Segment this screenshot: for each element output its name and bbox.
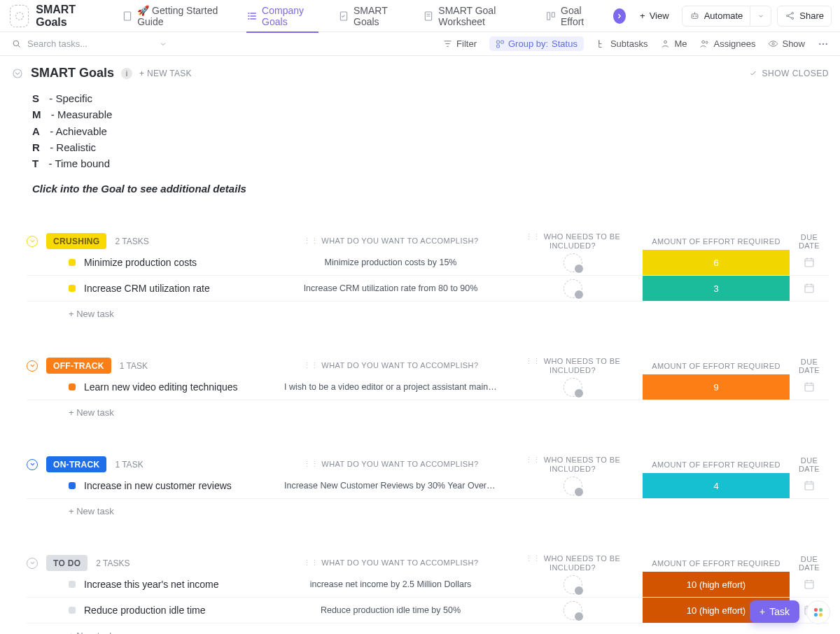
svg-rect-5: [552, 12, 554, 17]
add-task-row[interactable]: + New task: [27, 302, 829, 319]
smart-row: T - Time bound: [32, 155, 829, 171]
form-icon: [423, 10, 434, 22]
apps-button[interactable]: [806, 600, 830, 624]
workspace-icon: [10, 5, 29, 27]
tab-smart-goals[interactable]: SMART Goals: [330, 0, 412, 32]
share-button[interactable]: Share: [777, 6, 832, 27]
task-title[interactable]: Reduce production idle time: [69, 605, 279, 616]
task-title[interactable]: Increase this year's net income: [69, 579, 279, 590]
svg-point-8: [695, 16, 696, 17]
assignee-add[interactable]: [564, 378, 582, 397]
effort-cell[interactable]: 4: [643, 473, 790, 498]
subtasks-button[interactable]: Subtasks: [596, 38, 648, 49]
status-badge[interactable]: OFF-TRACK: [46, 358, 111, 374]
effort-cell[interactable]: 9: [643, 374, 790, 400]
tab-company-goals[interactable]: Company Goals: [238, 0, 327, 32]
accomplish-cell: I wish to be a video editor or a project…: [279, 382, 503, 392]
add-view-button[interactable]: + View: [633, 6, 676, 27]
svg-rect-4: [547, 12, 550, 20]
automate-button[interactable]: Automate: [682, 6, 751, 27]
effort-cell[interactable]: 3: [643, 276, 790, 301]
smart-row: S - Specific: [32, 90, 829, 106]
assignee-add[interactable]: [564, 253, 582, 272]
task-row[interactable]: Reduce production idle time Reduce produ…: [27, 598, 829, 624]
assignees-button[interactable]: Assignees: [699, 38, 755, 49]
tab-label: Company Goals: [262, 5, 318, 27]
task-title[interactable]: Increase CRM utilization rate: [69, 283, 279, 294]
info-icon[interactable]: i: [121, 68, 132, 79]
task-row[interactable]: Increase this year's net income increase…: [27, 572, 829, 598]
status-badge[interactable]: CRUSHING: [46, 233, 106, 249]
tab-getting-started[interactable]: 🚀 Getting Started Guide: [113, 0, 235, 32]
tab-label: 🚀 Getting Started Guide: [137, 5, 227, 27]
svg-point-10: [792, 13, 794, 15]
svg-rect-13: [497, 41, 500, 43]
me-button[interactable]: Me: [660, 38, 687, 49]
tab-label: Goal Effort: [561, 5, 598, 27]
collapse-circle-icon[interactable]: [11, 67, 24, 80]
collapse-toggle[interactable]: [27, 360, 38, 372]
status-square-icon: [69, 581, 76, 588]
accomplish-cell: Increase CRM utilization rate from 80 to…: [279, 283, 503, 293]
tabs-overflow-button[interactable]: [613, 8, 626, 24]
status-badge[interactable]: TO DO: [46, 555, 88, 571]
filter-button[interactable]: Filter: [442, 38, 477, 49]
effort-cell[interactable]: 10 (high effort): [643, 572, 790, 597]
add-task-row[interactable]: + New task: [27, 499, 829, 516]
collapse-toggle[interactable]: [27, 459, 38, 470]
assignee-add[interactable]: [564, 575, 582, 594]
status-badge[interactable]: ON-TRACK: [46, 456, 106, 472]
due-date-cell[interactable]: [790, 479, 829, 492]
svg-point-16: [664, 41, 667, 43]
status-square-icon: [69, 259, 76, 266]
show-closed-toggle[interactable]: SHOW CLOSED: [749, 69, 829, 78]
tab-worksheet[interactable]: SMART Goal Worksheet: [414, 0, 534, 32]
groupby-button[interactable]: Group by: Status: [489, 36, 584, 51]
task-title[interactable]: Minimize production costs: [69, 257, 279, 268]
new-task-link[interactable]: + NEW TASK: [139, 69, 192, 78]
task-row[interactable]: Increase in new customer reviews Increas…: [27, 473, 829, 499]
task-row[interactable]: Minimize production costs Minimize produ…: [27, 250, 829, 276]
svg-rect-1: [125, 12, 131, 20]
calendar-icon: [803, 381, 816, 393]
due-date-cell[interactable]: [790, 282, 829, 295]
list-icon: [246, 10, 258, 22]
more-icon[interactable]: [818, 38, 829, 50]
collapse-toggle[interactable]: [27, 558, 38, 569]
assignee-add[interactable]: [564, 477, 582, 495]
task-title[interactable]: Learn new video editing techniques: [69, 381, 279, 393]
collapse-toggle[interactable]: [27, 236, 38, 247]
task-title[interactable]: Increase in new customer reviews: [69, 480, 279, 491]
calendar-icon: [803, 578, 816, 591]
chevron-right-icon: [616, 13, 623, 20]
show-button[interactable]: Show: [768, 38, 805, 49]
status-square-icon: [69, 383, 76, 390]
due-date-cell[interactable]: [790, 578, 829, 591]
toolbar-right: + View Automate Share: [633, 6, 840, 27]
chevron-down-icon[interactable]: [159, 40, 167, 48]
add-task-row[interactable]: + New task: [27, 624, 829, 634]
assignee-add[interactable]: [564, 601, 582, 620]
task-count: 2 TASKS: [115, 237, 148, 246]
svg-point-12: [13, 41, 19, 46]
svg-point-21: [822, 43, 824, 44]
page-title: SMART Goals: [31, 66, 114, 80]
task-row[interactable]: Learn new video editing techniques I wis…: [27, 374, 829, 400]
tab-goal-effort[interactable]: Goal Effort: [537, 0, 606, 32]
automate-dropdown[interactable]: [750, 6, 771, 27]
add-task-row[interactable]: + New task: [27, 400, 829, 418]
assignee-add[interactable]: [564, 279, 582, 298]
due-date-cell[interactable]: [790, 381, 829, 393]
task-count: 2 TASKS: [96, 558, 130, 568]
smart-row: M - Measurable: [32, 106, 829, 122]
effort-cell[interactable]: 6: [643, 250, 790, 275]
status-group: OFF-TRACK 1 TASK ⋮⋮WHAT DO YOU WANT TO A…: [27, 357, 829, 418]
task-row[interactable]: Increase CRM utilization rate Increase C…: [27, 276, 829, 302]
due-date-cell[interactable]: [790, 256, 829, 269]
board-icon: [545, 10, 556, 22]
new-task-fab[interactable]: + Task: [750, 600, 799, 623]
calendar-icon: [803, 256, 816, 269]
subtasks-icon: [596, 38, 607, 49]
search-input[interactable]: [27, 38, 132, 49]
filter-bar: Filter Group by: Status Subtasks Me Assi…: [0, 32, 840, 56]
